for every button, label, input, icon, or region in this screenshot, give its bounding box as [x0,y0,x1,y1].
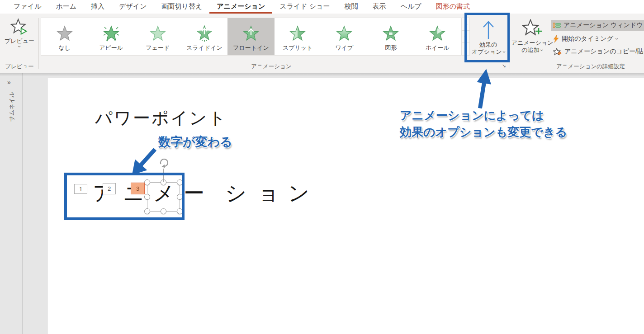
resize-handle-se[interactable] [177,208,183,214]
star-split-icon [289,25,306,42]
gallery-item-none[interactable]: なし [41,18,88,55]
expand-pane-chevron-icon[interactable]: » [7,79,11,86]
gallery-item-wheel[interactable]: ホイール [414,18,461,55]
gallery-item-float-in[interactable]: フロートイン [227,18,274,55]
selection-bounding-box[interactable] [147,182,180,212]
animation-painter-button[interactable]: アニメーションのコピー/貼り付け [551,46,644,57]
trigger-button[interactable]: 開始のタイミング › [551,33,620,44]
resize-handle-sw[interactable] [144,208,150,214]
star-burst-icon [103,25,120,42]
resize-handle-ne[interactable] [177,179,183,185]
animation-pane-button[interactable]: アニメーション ウィンドウ [551,20,644,31]
slide-char-dash[interactable]: ー [184,183,204,203]
group-separator [38,18,39,69]
gallery-scroll-up-button[interactable]: › [462,18,469,31]
tab-home[interactable]: ホーム [48,0,84,14]
star-wheel-icon [429,25,446,42]
animation-painter-icon [553,48,562,56]
group-separator [510,18,510,69]
star-fade-icon [149,25,166,42]
tab-help[interactable]: ヘルプ [393,0,429,14]
add-animation-label-2: の追加 › [522,47,543,54]
star-shape-icon [382,25,399,42]
slide-title-text[interactable]: パワーポイント [95,107,227,130]
tab-review[interactable]: 校閲 [337,0,365,14]
star-wipe-icon [336,25,353,42]
gallery-scroll-buttons: › › › [461,18,470,56]
gallery-item-fade[interactable]: フェード [134,18,181,55]
gallery-more-button[interactable]: › [462,43,469,55]
animation-painter-label: アニメーションのコピー/貼り付け [564,47,644,56]
effect-options-button[interactable]: 効果の オプション › [471,17,506,62]
rotation-handle-icon[interactable] [158,157,170,170]
animation-group-label: アニメーション [90,62,452,71]
star-gray-icon [56,25,73,42]
preview-button[interactable]: プレビュー › [3,17,36,61]
star-arrow-lines-icon [196,25,213,42]
tab-transitions[interactable]: 画面切り替え [154,0,210,14]
tab-animations[interactable]: アニメーション [209,0,272,14]
resize-handle-e[interactable] [177,194,183,200]
rotation-handle-stem [163,169,164,182]
preview-button-label: プレビュー [5,38,34,45]
tab-view[interactable]: 表示 [365,0,393,14]
gallery-scroll-down-button[interactable]: › [462,31,469,43]
lightning-icon [553,35,559,42]
tab-slideshow[interactable]: スライド ショー [272,0,337,14]
slide-char-n[interactable]: ン [288,183,309,203]
animation-pane-icon [553,22,561,28]
slide-char-shi[interactable]: シ [225,183,246,203]
animation-number-badge-1[interactable]: 1 [74,184,87,194]
star-arrow-icon [242,25,260,42]
effect-options-label-2: オプション › [472,48,505,56]
powerpoint-window: ファイル ホーム 挿入 デザイン 画面切り替え アニメーション スライド ショー… [0,0,644,334]
preview-group-label: プレビュー [3,62,36,71]
slide-char-yo[interactable]: ョ [258,183,279,203]
chevron-down-icon: › [464,36,468,38]
preview-star-play-icon [10,18,28,38]
advanced-group-label: アニメーションの詳細設定 [550,62,631,71]
chevron-up-icon: › [464,23,468,25]
add-animation-button[interactable]: アニメーション の追加 › [512,17,552,62]
add-animation-label-1: アニメーション [511,39,554,47]
tab-file[interactable]: ファイル [6,0,48,14]
resize-handle-s[interactable] [161,208,166,214]
chevron-down-icon: › [18,46,21,47]
ribbon-shadow [0,73,644,76]
thumbnail-pane-label: サムネイル [8,86,15,127]
trigger-label: 開始のタイミング [562,35,613,43]
animation-number-badge-2[interactable]: 2 [103,183,116,194]
chevron-down-icon: › [540,49,544,51]
animation-number-badge-3-selected[interactable]: 3 [131,183,145,194]
tab-shape-format[interactable]: 図形の書式 [429,0,477,14]
tab-design[interactable]: デザイン [112,0,154,14]
chevron-down-icon: › [615,38,619,40]
resize-handle-w[interactable] [144,194,150,200]
thumbnail-pane-collapsed: » サムネイル [0,73,23,334]
workspace: » サムネイル パワーポイント ア ニ メ ー シ ョ ン 1 2 3 [0,73,644,334]
gallery-item-wipe[interactable]: ワイプ [321,18,368,55]
star-plus-icon [522,19,543,39]
ribbon-tab-bar: ファイル ホーム 挿入 デザイン 画面切り替え アニメーション スライド ショー… [0,0,644,14]
animation-pane-label: アニメーション ウィンドウ [564,21,643,29]
gallery-item-appear[interactable]: アピール [88,18,134,55]
resize-handle-nw[interactable] [144,179,150,185]
gallery-item-split[interactable]: スプリット [275,18,321,55]
more-icon: › [464,48,468,50]
up-arrow-icon [480,19,497,41]
gallery-item-shape[interactable]: 図形 [368,18,414,55]
gallery-item-slide-in[interactable]: スライドイン [181,18,227,55]
tab-insert[interactable]: 挿入 [84,0,112,14]
dialog-launcher-button[interactable]: ↘ [500,62,507,70]
ribbon: プレビュー › なし アピール [0,14,644,73]
chevron-down-icon: › [502,51,506,53]
effect-options-label-1: 効果の [479,41,497,48]
animation-gallery: なし アピール フェード [41,18,461,56]
